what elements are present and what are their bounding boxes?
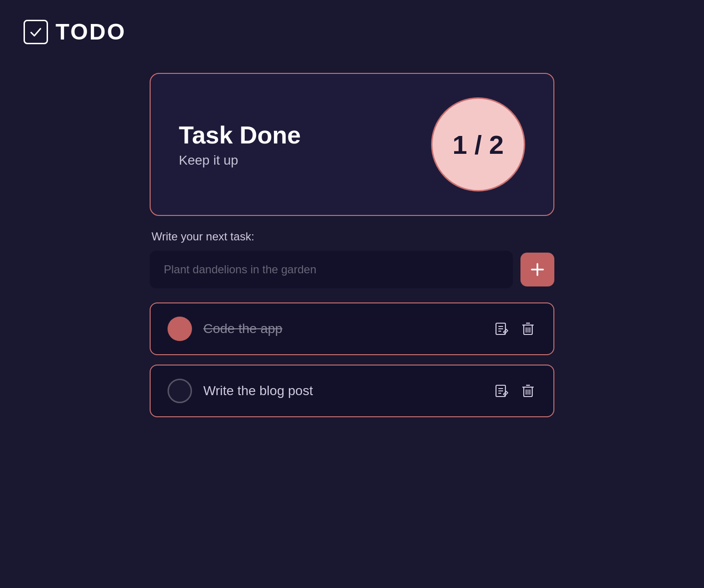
input-label: Write your next task: xyxy=(150,230,554,243)
delete-task-2-button[interactable] xyxy=(520,382,536,399)
task-actions-1 xyxy=(493,320,536,337)
task-actions-2 xyxy=(493,382,536,399)
task-text-1: Code the app xyxy=(203,321,482,336)
app-header: TODO xyxy=(0,0,704,64)
task-item: Code the app xyxy=(150,302,554,355)
stats-circle: 1 / 2 xyxy=(431,97,525,191)
stats-card: Task Done Keep it up 1 / 2 xyxy=(150,73,554,216)
stats-count: 1 / 2 xyxy=(453,129,504,160)
stats-text: Task Done Keep it up xyxy=(179,121,301,168)
stats-subtitle: Keep it up xyxy=(179,153,301,168)
task-checkbox-1[interactable] xyxy=(168,317,192,341)
app-logo xyxy=(24,20,48,44)
edit-task-2-button[interactable] xyxy=(493,382,510,399)
input-row xyxy=(150,251,554,288)
delete-task-1-button[interactable] xyxy=(520,320,536,337)
task-list: Code the app xyxy=(150,302,554,417)
stats-title: Task Done xyxy=(179,121,301,149)
task-checkbox-2[interactable] xyxy=(168,379,192,403)
edit-task-1-button[interactable] xyxy=(493,320,510,337)
main-content: Task Done Keep it up 1 / 2 Write your ne… xyxy=(0,64,704,427)
task-text-2: Write the blog post xyxy=(203,383,482,398)
task-item: Write the blog post xyxy=(150,365,554,417)
app-title: TODO xyxy=(56,19,126,45)
input-section: Write your next task: xyxy=(150,230,554,288)
add-task-button[interactable] xyxy=(520,253,554,286)
task-input[interactable] xyxy=(150,251,513,288)
